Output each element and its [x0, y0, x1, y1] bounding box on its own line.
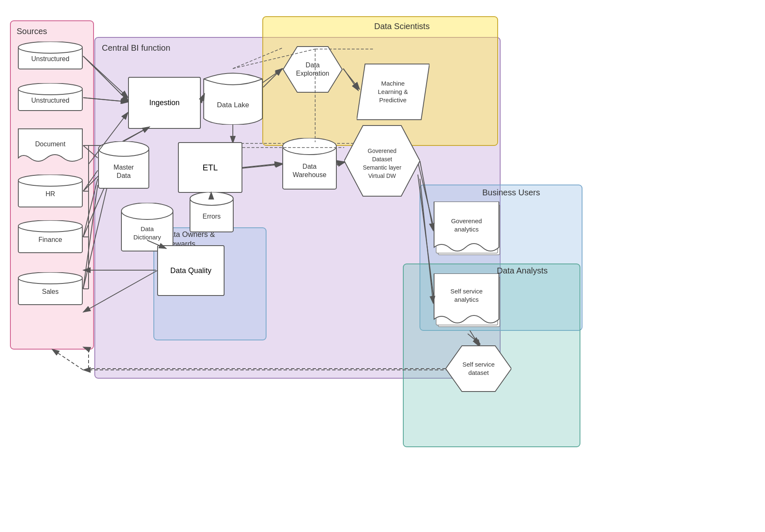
svg-line-100: [83, 179, 98, 237]
svg-point-78: [190, 192, 233, 205]
governed-dataset-node: Goverened Dataset Semantic layer Virtual…: [344, 124, 420, 198]
svg-text:Errors: Errors: [202, 213, 221, 220]
svg-line-120: [124, 127, 150, 141]
svg-line-119: [337, 162, 344, 163]
svg-text:Data Scientists: Data Scientists: [374, 22, 429, 31]
svg-text:Data Lake: Data Lake: [217, 101, 249, 109]
svg-line-109: [263, 69, 282, 87]
svg-text:Goverened: Goverened: [451, 217, 482, 224]
sales-node: Sales: [17, 272, 83, 305]
data-lake-node: Data Lake: [203, 66, 263, 125]
svg-point-41: [18, 42, 82, 53]
svg-text:dataset: dataset: [468, 369, 489, 376]
svg-text:Goverened: Goverened: [368, 148, 396, 154]
hr-node: HR: [17, 175, 83, 208]
svg-text:Machine: Machine: [381, 80, 405, 87]
svg-line-110: [343, 69, 358, 91]
data-quality-node: Data Quality: [157, 245, 225, 296]
unstructured2-node: Unstructured: [17, 83, 83, 111]
svg-line-15: [83, 56, 129, 102]
svg-text:Data: Data: [141, 225, 154, 232]
svg-line-28: [418, 162, 434, 231]
svg-line-122: [83, 271, 157, 312]
svg-text:analytics: analytics: [454, 296, 479, 303]
svg-marker-61: [283, 47, 342, 92]
svg-point-54: [18, 272, 82, 284]
svg-text:Finance: Finance: [39, 236, 62, 243]
ingestion-node: Ingestion: [128, 77, 201, 129]
self-service-dataset-node: Self service dataset: [446, 344, 511, 393]
svg-point-57: [99, 141, 149, 156]
svg-line-35: [52, 349, 83, 370]
svg-text:Sources: Sources: [17, 27, 47, 36]
governed-analytics-node: Goverened analytics: [433, 202, 503, 262]
svg-line-128: [83, 347, 89, 349]
svg-line-123: [420, 161, 433, 231]
svg-line-125: [468, 334, 480, 344]
svg-point-48: [18, 175, 82, 186]
svg-text:Master: Master: [114, 164, 134, 171]
svg-text:Data: Data: [306, 62, 320, 69]
svg-line-32: [123, 127, 150, 141]
svg-text:Unstructured: Unstructured: [31, 55, 69, 62]
finance-node: Finance: [17, 220, 83, 254]
svg-text:Document: Document: [35, 140, 66, 148]
svg-text:Semantic layer: Semantic layer: [363, 164, 402, 171]
master-data-node: Master Data: [98, 141, 150, 189]
data-dictionary-node: Data Dictionary: [121, 203, 174, 252]
svg-text:Self service: Self service: [450, 288, 483, 295]
svg-text:HR: HR: [45, 190, 55, 197]
svg-text:Central BI function: Central BI function: [102, 43, 170, 52]
svg-text:Dataset: Dataset: [372, 156, 392, 163]
errors-node: Errors: [189, 192, 234, 233]
diagram-canvas: Sources Central BI function Data Scienti…: [0, 0, 765, 532]
svg-line-99: [83, 170, 98, 191]
data-warehouse-node: Data Warehouse: [282, 138, 337, 190]
svg-line-36: [233, 48, 283, 69]
svg-line-97: [83, 98, 128, 102]
svg-text:Learning &: Learning &: [378, 88, 408, 95]
svg-marker-92: [446, 346, 511, 392]
svg-text:Data: Data: [303, 163, 317, 170]
svg-line-25: [241, 164, 283, 168]
ml-predictive-node: Machine Learning & Predictive: [357, 63, 429, 121]
svg-point-81: [121, 203, 173, 219]
svg-text:Dictionary: Dictionary: [133, 234, 161, 241]
svg-text:Sales: Sales: [42, 288, 59, 295]
svg-line-96: [83, 56, 128, 98]
svg-line-124: [420, 179, 433, 303]
svg-text:Exploration: Exploration: [296, 70, 329, 77]
data-exploration-node: Data Exploration: [282, 45, 343, 94]
svg-line-22: [262, 69, 283, 83]
self-service-analytics-node: Self service analytics: [433, 273, 503, 334]
document-node: Document: [17, 128, 83, 165]
svg-line-16: [83, 98, 129, 102]
svg-text:analytics: analytics: [454, 226, 479, 233]
svg-text:Predictive: Predictive: [379, 96, 407, 103]
unstructured1-node: Unstructured: [17, 42, 83, 70]
svg-line-27: [337, 162, 345, 164]
svg-point-44: [18, 83, 82, 95]
svg-line-29: [418, 175, 434, 303]
svg-text:Virtual DW: Virtual DW: [368, 172, 396, 179]
svg-text:Data Analysts: Data Analysts: [497, 266, 548, 275]
svg-text:Warehouse: Warehouse: [293, 171, 326, 178]
svg-line-101: [83, 185, 98, 289]
svg-line-98: [83, 145, 98, 158]
svg-line-116: [242, 163, 282, 167]
svg-text:Self service: Self service: [462, 361, 495, 368]
svg-line-20: [83, 183, 108, 289]
etl-node: ETL: [178, 142, 242, 193]
svg-text:Unstructured: Unstructured: [31, 97, 69, 104]
svg-text:Data: Data: [117, 172, 131, 179]
svg-point-51: [18, 220, 82, 232]
svg-point-69: [283, 138, 336, 155]
svg-text:Business Users: Business Users: [482, 188, 540, 197]
